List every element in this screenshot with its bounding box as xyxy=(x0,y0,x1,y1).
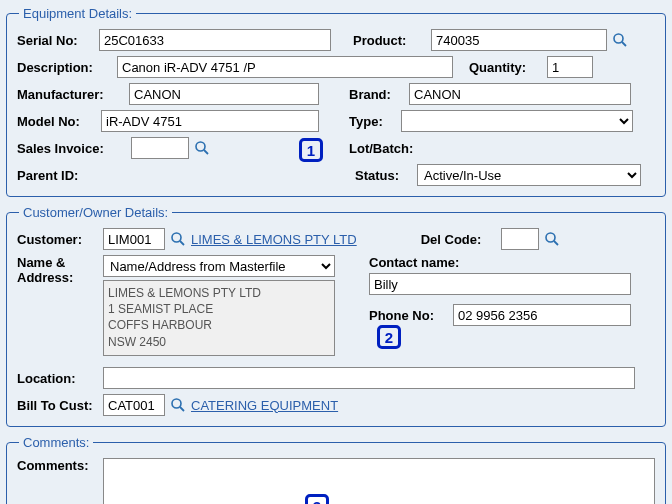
name-address-select[interactable]: Name/Address from Masterfile xyxy=(103,255,335,277)
lot-batch-label: Lot/Batch: xyxy=(349,141,413,156)
customer-code-input[interactable] xyxy=(103,228,165,250)
svg-point-4 xyxy=(172,233,181,242)
contact-name-label: Contact name: xyxy=(369,255,459,270)
svg-line-1 xyxy=(622,42,626,46)
equipment-legend: Equipment Details: xyxy=(19,6,136,21)
product-label: Product: xyxy=(353,33,427,48)
status-label: Status: xyxy=(355,168,413,183)
manufacturer-label: Manufacturer: xyxy=(17,87,125,102)
model-no-label: Model No: xyxy=(17,114,97,129)
callout-3: 3 xyxy=(305,494,329,504)
equipment-details: Equipment Details: Serial No: Product: D… xyxy=(6,6,666,197)
customer-label: Customer: xyxy=(17,232,99,247)
phone-no-label: Phone No: xyxy=(369,308,449,323)
svg-line-3 xyxy=(204,150,208,154)
svg-point-0 xyxy=(614,34,623,43)
callout-1: 1 xyxy=(299,138,323,162)
serial-no-label: Serial No: xyxy=(17,33,95,48)
sales-invoice-label: Sales Invoice: xyxy=(17,141,127,156)
svg-point-8 xyxy=(172,399,181,408)
comments-label: Comments: xyxy=(17,458,99,473)
contact-name-input[interactable] xyxy=(369,273,631,295)
location-input[interactable] xyxy=(103,367,635,389)
location-label: Location: xyxy=(17,371,99,386)
bill-to-cust-search-icon[interactable] xyxy=(169,396,187,414)
bill-to-cust-input[interactable] xyxy=(103,394,165,416)
customer-owner-details: Customer/Owner Details: Customer: LIMES … xyxy=(6,205,666,427)
brand-label: Brand: xyxy=(349,87,405,102)
serial-no-input[interactable] xyxy=(99,29,331,51)
type-select[interactable] xyxy=(401,110,633,132)
del-code-search-icon[interactable] xyxy=(543,230,561,248)
callout-2: 2 xyxy=(377,325,401,349)
quantity-input[interactable] xyxy=(547,56,593,78)
svg-point-6 xyxy=(546,233,555,242)
svg-point-2 xyxy=(196,142,205,151)
brand-input[interactable] xyxy=(409,83,631,105)
bill-to-cust-link[interactable]: CATERING EQUIPMENT xyxy=(191,398,338,413)
model-no-input[interactable] xyxy=(101,110,319,132)
del-code-input[interactable] xyxy=(501,228,539,250)
quantity-label: Quantity: xyxy=(469,60,543,75)
description-input[interactable] xyxy=(117,56,453,78)
parent-id-label: Parent ID: xyxy=(17,168,99,183)
del-code-label: Del Code: xyxy=(421,232,497,247)
comments-textarea[interactable] xyxy=(103,458,655,504)
address-textarea[interactable] xyxy=(103,280,335,356)
product-input[interactable] xyxy=(431,29,607,51)
customer-search-icon[interactable] xyxy=(169,230,187,248)
svg-line-9 xyxy=(180,407,184,411)
customer-legend: Customer/Owner Details: xyxy=(19,205,172,220)
name-address-label-2: Address: xyxy=(17,270,73,285)
phone-no-input[interactable] xyxy=(453,304,631,326)
comments-legend: Comments: xyxy=(19,435,93,450)
svg-line-5 xyxy=(180,241,184,245)
name-address-label-1: Name & xyxy=(17,255,65,270)
svg-line-7 xyxy=(554,241,558,245)
bill-to-cust-label: Bill To Cust: xyxy=(17,398,99,413)
status-select[interactable]: Active/In-Use xyxy=(417,164,641,186)
type-label: Type: xyxy=(349,114,397,129)
sales-invoice-search-icon[interactable] xyxy=(193,139,211,157)
comments-section: Comments: Comments: 3 xyxy=(6,435,666,504)
sales-invoice-input[interactable] xyxy=(131,137,189,159)
description-label: Description: xyxy=(17,60,113,75)
product-search-icon[interactable] xyxy=(611,31,629,49)
customer-link[interactable]: LIMES & LEMONS PTY LTD xyxy=(191,232,357,247)
manufacturer-input[interactable] xyxy=(129,83,319,105)
